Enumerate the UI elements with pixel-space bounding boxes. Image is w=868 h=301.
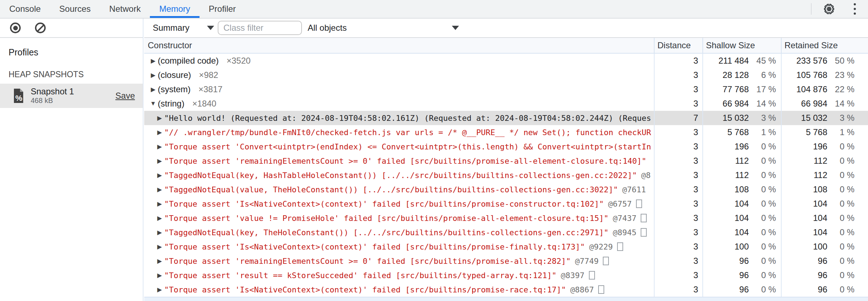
settings-button[interactable] — [821, 1, 837, 17]
shallow-size-percent: 0 % — [749, 184, 776, 194]
table-row[interactable]: ▶ "Torque assert 'Is<NativeContext>(cont… — [144, 240, 868, 254]
disclosure-triangle-icon[interactable]: ▶ — [155, 286, 164, 293]
column-header-shallow-size[interactable]: Shallow Size — [702, 38, 781, 53]
table-row[interactable]: ▶ "Torque assert 'Is<NativeContext>(cont… — [144, 197, 868, 211]
retained-size-percent: 3 % — [827, 113, 854, 123]
tab-profiler[interactable]: Profiler — [200, 0, 245, 18]
disclosure-triangle-icon[interactable]: ▶ — [148, 71, 158, 79]
constructor-cell: ▶ "Torque assert 'Is<NativeContext>(cont… — [144, 240, 654, 254]
table-row[interactable]: ▶ "TaggedNotEqual(key, TheHoleConstant()… — [144, 225, 868, 240]
distance-cell: 3 — [654, 197, 702, 211]
table-row[interactable]: ▶ "Torque assert 'remainingElementsCount… — [144, 254, 868, 268]
shallow-size-cell: 96 0 % — [702, 254, 781, 268]
table-row[interactable]: ▶ "TaggedNotEqual(key, HashTableHoleCons… — [144, 168, 868, 182]
object-id: @9229 — [589, 242, 613, 251]
more-options-button[interactable] — [847, 1, 863, 17]
shallow-size-percent: 14 % — [749, 99, 776, 109]
table-row[interactable]: ▶ "Torque assert 'result == kStoreSucced… — [144, 268, 868, 282]
disclosure-triangle-icon[interactable]: ▶ — [155, 186, 164, 193]
retained-size-cell: 100 0 % — [781, 240, 868, 254]
table-row[interactable]: ▶ (closure) ×982 3 28 128 6 % 105 768 23… — [144, 68, 868, 82]
column-header-distance[interactable]: Distance — [654, 38, 702, 53]
constructor-cell: ▶ "TaggedNotEqual(key, HashTableHoleCons… — [144, 168, 654, 182]
grid-header-row: Constructor Distance Shallow Size Retain… — [144, 38, 868, 54]
column-header-retained-size[interactable]: Retained Size — [781, 38, 868, 53]
perspective-select[interactable]: Summary — [153, 23, 214, 33]
shallow-size-cell: 104 0 % — [702, 225, 781, 240]
disclosure-triangle-icon[interactable]: ▶ — [155, 200, 164, 208]
gear-icon — [823, 3, 835, 15]
distance-cell: 3 — [654, 125, 702, 139]
object-id: @7749 — [575, 257, 599, 266]
table-row[interactable]: ▶ "Torque assert 'Is<NativeContext>(cont… — [144, 282, 868, 297]
sidebar-item-snapshot-1[interactable]: % Snapshot 1 468 kB Save — [0, 84, 143, 108]
tab-console[interactable]: Console — [0, 0, 50, 18]
retained-size-value: 104 — [782, 199, 827, 209]
column-header-constructor[interactable]: Constructor — [144, 38, 654, 53]
take-heap-snapshot-button[interactable] — [7, 20, 24, 36]
save-snapshot-link[interactable]: Save — [115, 91, 135, 101]
constructor-cell: ▶ (closure) ×982 — [144, 68, 654, 82]
shallow-size-percent: 3 % — [749, 113, 776, 123]
detachment-box-icon — [603, 257, 609, 265]
disclosure-triangle-icon[interactable]: ▶ — [155, 229, 164, 236]
tab-network[interactable]: Network — [100, 0, 150, 18]
detachment-box-icon — [641, 214, 647, 222]
retained-size-value: 96 — [782, 285, 827, 295]
retained-size-value: 104 876 — [782, 84, 827, 94]
retained-size-cell: 108 0 % — [781, 182, 868, 197]
instance-count: ×982 — [199, 70, 218, 80]
disclosure-triangle-icon[interactable]: ▶ — [148, 57, 158, 65]
object-id: @8945 — [613, 228, 636, 237]
disclosure-triangle-icon[interactable]: ▶ — [155, 157, 164, 165]
shallow-size-percent: 0 % — [749, 227, 776, 237]
object-id: @7437 — [613, 214, 636, 223]
table-row[interactable]: ▶ "TaggedNotEqual(value, TheHoleConstant… — [144, 182, 868, 197]
shallow-size-cell: 5 768 1 % — [702, 125, 781, 139]
retained-size-percent: 0 % — [827, 142, 854, 152]
table-row[interactable]: ▶ "Torque assert 'Convert<uintptr>(endIn… — [144, 139, 868, 154]
tab-sources[interactable]: Sources — [50, 0, 100, 18]
class-filter-input[interactable] — [218, 21, 302, 35]
shallow-size-cell: 112 0 % — [702, 168, 781, 182]
table-row[interactable]: ▼ (string) ×1840 3 66 984 14 % 66 984 14… — [144, 97, 868, 111]
heap-snapshot-document-icon: % — [12, 88, 25, 104]
table-row[interactable]: ▶ (compiled code) ×3520 3 211 484 45 % 2… — [144, 54, 868, 68]
objects-scope-select[interactable]: All objects — [308, 23, 459, 33]
table-row[interactable]: ▶ "Torque assert 'remainingElementsCount… — [144, 154, 868, 168]
retained-size-value: 66 984 — [782, 99, 827, 109]
disclosure-triangle-icon[interactable]: ▶ — [155, 257, 164, 265]
detachment-box-icon — [641, 228, 647, 237]
disclosure-triangle-icon[interactable]: ▶ — [148, 86, 158, 93]
retained-size-percent: 0 % — [827, 184, 854, 194]
detachment-box-icon — [636, 199, 642, 208]
object-id: @8397 — [561, 271, 584, 280]
disclosure-triangle-icon[interactable]: ▶ — [155, 214, 164, 222]
shallow-size-value: 96 — [703, 256, 749, 266]
disclosure-triangle-icon[interactable]: ▶ — [155, 114, 164, 122]
profiles-sidebar: Profiles HEAP SNAPSHOTS % Snapshot 1 468… — [0, 19, 143, 301]
disclosure-triangle-icon[interactable]: ▶ — [155, 272, 164, 279]
disclosure-triangle-icon[interactable]: ▶ — [155, 243, 164, 251]
disclosure-triangle-icon[interactable]: ▼ — [148, 100, 158, 107]
table-row[interactable]: ▶ "Torque assert 'value != PromiseHole' … — [144, 211, 868, 225]
disclosure-triangle-icon[interactable]: ▶ — [155, 143, 164, 150]
table-row[interactable]: ▶ "Hello world! (Requested at: 2024-08-1… — [144, 111, 868, 125]
retained-size-cell: 112 0 % — [781, 168, 868, 182]
distance-cell: 3 — [654, 68, 702, 82]
tab-memory[interactable]: Memory — [150, 0, 200, 18]
retained-size-percent: 0 % — [827, 170, 854, 180]
retained-size-cell: 196 0 % — [781, 139, 868, 154]
shallow-size-cell: 100 0 % — [702, 240, 781, 254]
disclosure-triangle-icon[interactable]: ▶ — [155, 129, 164, 136]
table-row[interactable]: ▶ (system) ×3817 3 77 768 17 % 104 876 2… — [144, 82, 868, 97]
constructor-cell: ▶ (compiled code) ×3520 — [144, 54, 654, 68]
shallow-size-percent: 0 % — [749, 285, 776, 295]
clear-profiles-button[interactable] — [32, 20, 49, 36]
constructor-name: "Torque assert 'Is<NativeContext>(contex… — [164, 285, 566, 294]
retained-size-value: 108 — [782, 184, 827, 194]
table-row[interactable]: ▶ "// .wrangler/tmp/bundle-FmNIt0/checke… — [144, 125, 868, 139]
retained-size-cell: 104 0 % — [781, 211, 868, 225]
disclosure-triangle-icon[interactable]: ▶ — [155, 172, 164, 179]
shallow-size-cell: 104 0 % — [702, 211, 781, 225]
